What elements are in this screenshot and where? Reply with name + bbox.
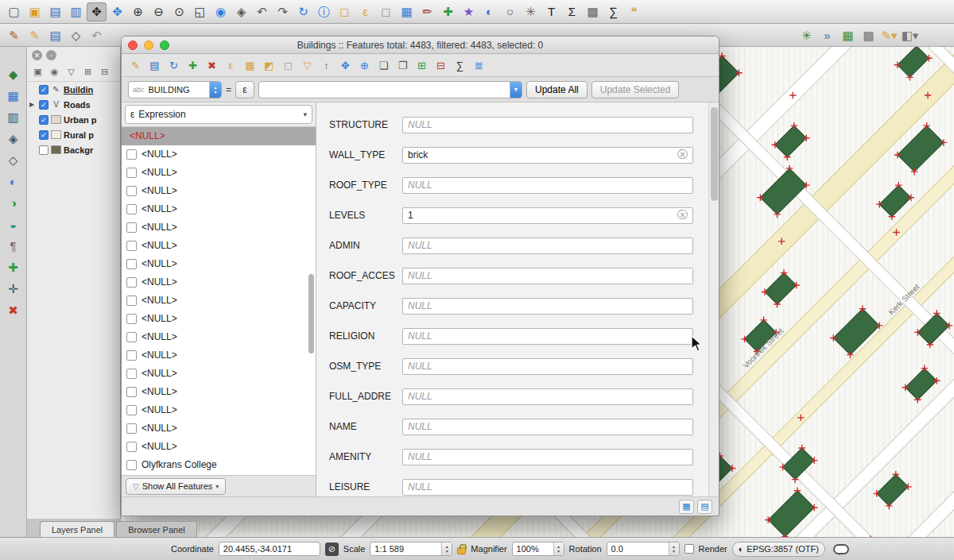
layer-checkbox[interactable]: ✓ xyxy=(39,115,48,125)
select-by-expression-icon[interactable]: ε xyxy=(222,56,240,74)
feature-checkbox[interactable] xyxy=(126,460,137,470)
collapse-all-icon[interactable]: ⊟ xyxy=(98,65,111,78)
feature-checkbox[interactable] xyxy=(126,204,137,214)
spin-stepper-icon[interactable]: ▴▾ xyxy=(553,543,564,555)
field-input[interactable]: NULL ⓧ xyxy=(402,358,693,375)
python-console-icon[interactable]: » xyxy=(817,25,837,44)
feature-list-item[interactable]: <NULL> xyxy=(122,292,316,310)
reload-icon[interactable]: ↻ xyxy=(165,56,183,74)
layer-buildings[interactable]: ✓ ✎ Buildin xyxy=(27,82,120,97)
form-scrollbar[interactable] xyxy=(708,102,719,496)
refresh-icon[interactable]: ↻ xyxy=(293,2,313,21)
feature-checkbox[interactable] xyxy=(126,314,137,324)
tab-browser-panel[interactable]: Browser Panel xyxy=(116,521,197,537)
statistics-icon[interactable]: Σ xyxy=(562,2,582,21)
field-input[interactable]: NULL ⓧ xyxy=(402,268,693,284)
feature-checkbox[interactable] xyxy=(126,442,137,452)
close-panel-icon[interactable]: ✕ xyxy=(32,50,42,60)
expand-all-icon[interactable]: ⊞ xyxy=(81,65,95,78)
add-wcs-layer-icon[interactable]: ◑ xyxy=(3,193,24,212)
feature-list-item[interactable]: <NULL> xyxy=(122,255,316,273)
delete-field-icon[interactable]: ⊟ xyxy=(432,56,450,74)
feature-list-item[interactable]: <NULL> xyxy=(122,438,316,456)
labeling-icon[interactable]: ✎▾ xyxy=(879,25,899,44)
add-group-icon[interactable]: ▣ xyxy=(31,65,45,78)
feature-list-item[interactable]: <NULL> xyxy=(122,346,316,365)
pan-to-selection-icon[interactable]: ✥ xyxy=(107,2,127,21)
zoom-to-selection-icon[interactable]: ⊕ xyxy=(355,56,374,74)
feature-list-item[interactable]: <NULL> xyxy=(122,419,316,438)
field-input[interactable]: NULL ⓧ xyxy=(402,388,693,405)
select-by-expression-icon[interactable]: ε xyxy=(355,2,375,21)
new-bookmark-icon[interactable]: ✚ xyxy=(438,2,458,21)
zoom-to-layer-icon[interactable]: ◈ xyxy=(231,2,251,21)
toggle-editing-icon[interactable]: ✎ xyxy=(25,25,45,44)
magnifier-spinbox[interactable]: 100% ▴▾ xyxy=(512,542,564,556)
open-project-icon[interactable]: ▣ xyxy=(25,2,45,21)
list-scrollbar[interactable] xyxy=(308,274,314,353)
dialog-titlebar[interactable]: Buildings :: Features total: 4483, filte… xyxy=(122,37,719,54)
feature-list-item[interactable]: <NULL> xyxy=(122,182,316,200)
layer-roads[interactable]: ▶ ✓ V Roads xyxy=(27,97,120,112)
filter-legend-icon[interactable]: ▽ xyxy=(64,65,78,78)
tab-layers-panel[interactable]: Layers Panel xyxy=(40,521,114,537)
sum-icon[interactable]: ∑ xyxy=(603,2,623,21)
feature-checkbox[interactable] xyxy=(126,277,137,288)
undo-icon[interactable]: ↶ xyxy=(87,25,107,44)
add-wms-layer-icon[interactable]: ◐ xyxy=(3,172,24,191)
layer-background[interactable]: Backgr xyxy=(27,142,120,157)
update-selected-button[interactable]: Update Selected xyxy=(591,81,680,98)
add-delimited-text-icon[interactable]: ¶ xyxy=(3,236,24,255)
web-icon[interactable]: ◐ xyxy=(479,2,499,21)
clear-field-icon[interactable]: ⓧ xyxy=(677,208,688,222)
plugin-manager-icon[interactable]: ✳ xyxy=(797,25,816,44)
feature-list-item[interactable]: <NULL> xyxy=(122,383,316,401)
new-spatialite-layer-icon[interactable]: ✛ xyxy=(3,279,24,298)
raster-calculator-icon[interactable]: ▩ xyxy=(583,2,603,21)
zoom-native-icon[interactable]: ⊙ xyxy=(169,2,189,21)
layer-rural[interactable]: ✓ Rural p xyxy=(27,127,120,142)
add-vector-layer-icon[interactable]: ◆ xyxy=(3,64,24,83)
rotation-spinbox[interactable]: 0.0 ▴▾ xyxy=(607,542,680,556)
feature-list-item[interactable]: <NULL> xyxy=(122,328,316,346)
feature-list-item[interactable]: <NULL> xyxy=(122,145,316,164)
copy-features-icon[interactable]: ❏ xyxy=(374,56,393,74)
field-input[interactable]: brick ⓧ xyxy=(402,147,693,164)
zoom-to-selection-icon[interactable]: ◉ xyxy=(211,2,231,21)
feature-list-item[interactable]: <NULL> xyxy=(122,200,316,218)
layer-checkbox[interactable]: ✓ xyxy=(39,85,48,95)
scrollbar-thumb[interactable] xyxy=(711,107,718,201)
scale-combo[interactable]: 1:1 589 ▴▾ xyxy=(370,542,452,556)
field-input[interactable]: NULL ⓧ xyxy=(402,419,693,435)
add-wfs-layer-icon[interactable]: ◒ xyxy=(3,214,24,234)
measure-icon[interactable]: ✏ xyxy=(417,2,437,21)
field-input[interactable]: NULL ⓧ xyxy=(402,177,693,194)
add-spatialite-layer-icon[interactable]: ◈ xyxy=(3,129,24,148)
field-input[interactable]: NULL ⓧ xyxy=(402,238,693,254)
show-bookmarks-icon[interactable]: ★ xyxy=(459,2,479,21)
field-input[interactable]: 1 ⓧ xyxy=(402,207,693,224)
minimize-window-icon[interactable] xyxy=(144,41,153,50)
feature-checkbox[interactable] xyxy=(126,332,137,342)
zoom-in-icon[interactable]: ⊕ xyxy=(128,2,148,21)
expander-icon[interactable]: ▶ xyxy=(29,101,37,108)
field-calculator-icon[interactable]: ∑ xyxy=(451,56,469,74)
save-project-as-icon[interactable]: ▥ xyxy=(66,2,86,21)
layer-checkbox[interactable]: ✓ xyxy=(39,100,48,110)
select-features-icon[interactable]: ◻ xyxy=(335,2,355,21)
settings-icon[interactable]: ✳ xyxy=(521,2,541,21)
map-tips-icon[interactable]: ❝ xyxy=(624,2,644,21)
text-annotation-icon[interactable]: T xyxy=(541,2,561,21)
feature-checkbox[interactable] xyxy=(126,405,137,415)
field-input[interactable]: NULL ⓧ xyxy=(402,449,693,465)
field-input[interactable]: NULL ⓧ xyxy=(402,117,693,133)
layer-visibility-icon[interactable]: ◉ xyxy=(48,65,61,78)
clear-field-icon[interactable]: ⓧ xyxy=(677,148,688,162)
feature-list-item[interactable]: <NULL> xyxy=(122,218,316,237)
layer-checkbox[interactable] xyxy=(39,145,48,155)
coordinate-input[interactable]: 20.4455,-34.0171 xyxy=(219,542,320,556)
new-field-icon[interactable]: ⊞ xyxy=(413,56,431,74)
feature-checkbox[interactable] xyxy=(126,149,137,160)
toggle-editing-icon[interactable]: ✎ xyxy=(126,56,145,74)
attribute-table-icon[interactable]: ▦ xyxy=(397,2,417,21)
